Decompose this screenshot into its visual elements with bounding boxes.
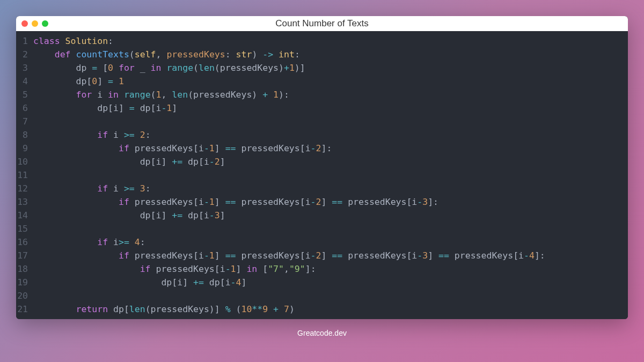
code-line: class Solution: bbox=[33, 34, 628, 48]
code-line: if pressedKeys[i-1] == pressedKeys[i-2] … bbox=[33, 249, 628, 262]
line-number: 3 bbox=[16, 61, 28, 75]
traffic-lights bbox=[21, 20, 48, 27]
code-line: dp[i] += dp[i-4] bbox=[33, 276, 628, 289]
code-line bbox=[33, 168, 628, 182]
line-number: 10 bbox=[16, 155, 28, 168]
code-window: Count Number of Texts 123456789101112131… bbox=[16, 16, 628, 319]
line-numbers: 123456789101112131415161718192021 bbox=[16, 34, 33, 316]
maximize-icon[interactable] bbox=[42, 20, 48, 27]
code-line: dp[i] = dp[i-1] bbox=[33, 101, 628, 115]
code-line: if i >= 2: bbox=[33, 128, 628, 142]
line-number: 17 bbox=[16, 249, 28, 262]
line-number: 1 bbox=[16, 34, 28, 48]
titlebar: Count Number of Texts bbox=[16, 16, 628, 31]
code-line: dp[0] = 1 bbox=[33, 75, 628, 88]
line-number: 16 bbox=[16, 235, 28, 249]
code-line: dp[i] += dp[i-3] bbox=[33, 209, 628, 222]
code-line: dp = [0 for _ in range(len(pressedKeys)+… bbox=[33, 61, 628, 75]
close-icon[interactable] bbox=[21, 20, 28, 27]
line-number: 15 bbox=[16, 222, 28, 235]
code-line bbox=[33, 289, 628, 302]
line-number: 19 bbox=[16, 276, 28, 289]
line-number: 20 bbox=[16, 289, 28, 302]
line-number: 21 bbox=[16, 302, 28, 316]
code-line: if i >= 3: bbox=[33, 182, 628, 195]
code-line: def countTexts(self, pressedKeys: str) -… bbox=[33, 48, 628, 61]
code-editor: 123456789101112131415161718192021 class … bbox=[16, 31, 628, 319]
code-line: if pressedKeys[i-1] == pressedKeys[i-2]: bbox=[33, 142, 628, 155]
code-line bbox=[33, 222, 628, 235]
line-number: 2 bbox=[16, 48, 28, 61]
window-title: Count Number of Texts bbox=[275, 18, 369, 29]
line-number: 13 bbox=[16, 195, 28, 209]
line-number: 7 bbox=[16, 115, 28, 128]
minimize-icon[interactable] bbox=[32, 20, 38, 27]
line-number: 14 bbox=[16, 209, 28, 222]
code-line: if pressedKeys[i-1] == pressedKeys[i-2] … bbox=[33, 195, 628, 209]
code-line: return dp[len(pressedKeys)] % (10**9 + 7… bbox=[33, 302, 628, 316]
code-line bbox=[33, 115, 628, 128]
line-number: 6 bbox=[16, 101, 28, 115]
code-line: if pressedKeys[i-1] in ["7","9"]: bbox=[33, 262, 628, 276]
line-number: 5 bbox=[16, 88, 28, 101]
code-line: if i>= 4: bbox=[33, 235, 628, 249]
line-number: 18 bbox=[16, 262, 28, 276]
line-number: 11 bbox=[16, 168, 28, 182]
line-number: 4 bbox=[16, 75, 28, 88]
code-line: for i in range(1, len(pressedKeys) + 1): bbox=[33, 88, 628, 101]
line-number: 8 bbox=[16, 128, 28, 142]
line-number: 9 bbox=[16, 142, 28, 155]
code-line: dp[i] += dp[i-2] bbox=[33, 155, 628, 168]
line-number: 12 bbox=[16, 182, 28, 195]
footer-text: Greatcode.dev bbox=[297, 329, 347, 337]
code-content[interactable]: class Solution: def countTexts(self, pre… bbox=[33, 34, 628, 316]
